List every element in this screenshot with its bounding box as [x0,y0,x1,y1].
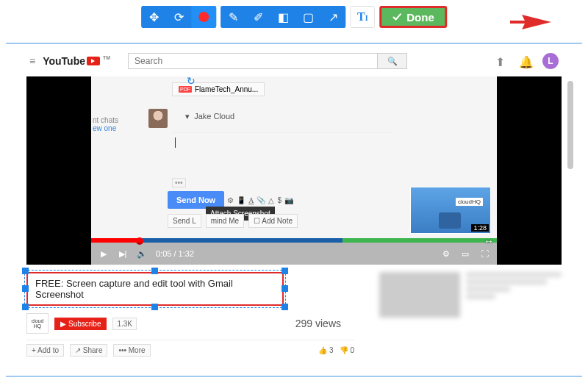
notifications-icon[interactable]: 🔔 [519,55,531,67]
attachment-name: FlameTech_Annu... [195,85,258,93]
brush-icon: ✎ [229,10,238,24]
text-tool-button[interactable]: TI [350,6,375,28]
compose-avatar [148,109,168,128]
channel-row: cloud HQ ▶ Subscribe 1.3K 299 views [26,313,354,334]
rotate-handle-icon[interactable]: ↻ [187,76,196,87]
tb-drive-icon: △ [268,196,274,204]
thumb-duration: 1:28 [471,224,489,232]
compose-to-field: ▾ Jake Cloud [185,112,234,121]
camera-icon [439,212,461,229]
tb-settings-icon: ⚙ [227,196,234,204]
youtube-logo[interactable]: YouTube TM [43,55,110,67]
volume-button[interactable]: 🔊 [137,248,147,259]
channel-logo[interactable]: cloud HQ [26,313,49,334]
recipient-name: Jake Cloud [194,112,234,121]
search-input[interactable] [128,53,378,69]
theater-button[interactable]: ▭ [460,248,470,259]
like-count: 3 [329,346,334,354]
tb-camera-icon: 📷 [284,196,293,204]
letterbox-left [26,76,91,265]
text-cursor [175,137,176,148]
video-player: PDF FlameTech_Annu... nt chats ew one ▾ … [26,76,562,265]
add-to-button[interactable]: + Add to [26,344,64,357]
callout-arrow-icon [509,13,553,31]
subscribe-button[interactable]: ▶ Subscribe [54,318,107,330]
resize-handle[interactable] [282,285,288,292]
tb-phone-icon: 📱 [237,196,245,204]
below-video-section: FREE: Screen capture and edit tool with … [26,272,562,357]
move-tool-button[interactable]: ✥ [141,6,166,28]
search-icon: 🔍 [387,57,398,66]
done-button[interactable]: Done [379,6,447,28]
record-tool-button[interactable] [191,6,216,28]
dislike-button[interactable]: 👎 0 [340,346,354,354]
tool-group-text: TI [350,6,375,28]
more-label: More [129,346,146,354]
next-button[interactable]: ▶| [118,248,128,259]
highlighter-icon: ✐ [254,10,263,24]
more-button[interactable]: ••• More [113,344,150,357]
player-controls: ▶ ▶| 🔊 0:05 / 1:32 ⚙ ▭ ⛶ [91,243,497,265]
compose-body [172,132,392,176]
rectangle-icon: ▢ [303,10,314,24]
channel-name-small: cloud HQ [27,318,48,329]
tool-group-move: ✥ ⟳ [141,6,216,28]
resize-handle[interactable] [282,268,288,274]
share-label: Share [83,346,103,354]
view-count: 299 views [295,318,341,329]
eraser-icon: ◧ [278,10,289,24]
move-icon: ✥ [149,10,159,24]
record-icon [198,12,209,22]
rectangle-tool-button[interactable]: ▢ [295,6,320,28]
tb-attach-icon: 📎 [257,196,265,204]
video-content: PDF FlameTech_Annu... nt chats ew one ▾ … [91,76,497,265]
eraser-tool-button[interactable]: ◧ [270,6,295,28]
refresh-icon: ⟳ [174,10,184,24]
youtube-header: ≡ YouTube TM 🔍 ⬆ 🔔 L [26,50,562,72]
tool-group-draw: ✎ ✐ ◧ ▢ ↗ [220,6,345,28]
brush-tool-button[interactable]: ✎ [220,6,245,28]
resize-handle[interactable] [151,304,158,310]
chats-text: nt chats ew one [93,116,118,132]
resize-handle[interactable] [282,304,288,310]
resize-handle[interactable] [151,268,158,274]
avatar-initial: L [548,56,553,66]
header-right: ⬆ 🔔 L [495,53,559,69]
refresh-tool-button[interactable]: ⟳ [166,6,191,28]
video-title-selection[interactable]: FREE: Screen capture and edit tool with … [26,272,284,306]
tb-font-icon: A [248,196,254,204]
send-later-button: Send L [168,214,201,228]
time-display: 0:05 / 1:32 [156,249,194,258]
play-button[interactable]: ▶ [98,248,109,259]
text-icon: TI [357,10,368,24]
menu-icon[interactable]: ≡ [29,55,35,67]
like-button[interactable]: 👍 3 [318,346,333,354]
gmail-compose-scene: PDF FlameTech_Annu... nt chats ew one ▾ … [91,76,497,238]
settings-button[interactable]: ⚙ [441,248,451,259]
resize-handle[interactable] [22,268,29,274]
time-total: 1:32 [179,249,194,258]
fullscreen-button[interactable]: ⛶ [479,248,490,259]
share-button[interactable]: ↗ Share [70,344,107,357]
chats-line2: ew one [93,124,116,132]
tb-money-icon: $ [277,196,282,204]
selection-outline [24,270,286,308]
attachment-chip: PDF FlameTech_Annu... [172,82,265,96]
search-button[interactable]: 🔍 [378,53,407,69]
dislike-count: 0 [350,346,354,354]
related-thumb [379,272,460,318]
related-text [466,272,562,357]
avatar[interactable]: L [542,53,559,69]
upload-icon[interactable]: ⬆ [495,55,507,67]
youtube-brand-text: YouTube [43,55,85,67]
arrow-tool-button[interactable]: ↗ [320,6,345,28]
resize-handle[interactable] [22,304,29,310]
thumb-brand: cloudHQ [456,198,483,206]
page-scrollbar[interactable] [567,81,573,169]
youtube-tm: TM [103,55,110,60]
subscribe-label: Subscribe [68,320,101,328]
resize-handle[interactable] [22,285,29,292]
annotation-toolbar: ✥ ⟳ ✎ ✐ ◧ ▢ ↗ TI Done [141,6,447,28]
related-video [379,272,562,357]
highlighter-tool-button[interactable]: ✐ [245,6,270,28]
